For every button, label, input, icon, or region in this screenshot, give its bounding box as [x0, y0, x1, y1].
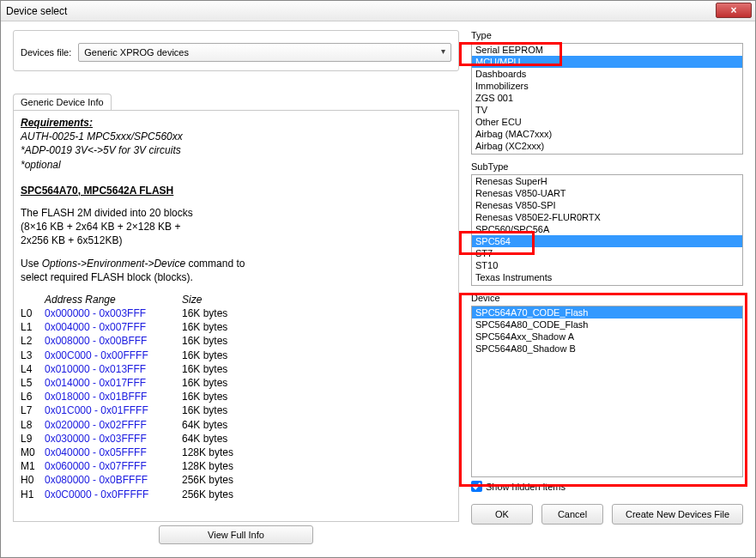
- list-item[interactable]: SPC564A80_CODE_Flash: [472, 318, 742, 331]
- list-item[interactable]: SPC564A80_Shadow B: [472, 343, 742, 355]
- list-item[interactable]: Dashboards: [472, 68, 742, 80]
- list-item[interactable]: Serial EEPROM: [472, 44, 742, 56]
- devices-file-label: Devices file:: [21, 47, 71, 58]
- right-panel: Type Serial EEPROMMCU/MPUDashboardsImmob…: [471, 30, 743, 545]
- list-item[interactable]: Airbag (MAC7xxx): [472, 128, 742, 140]
- list-item[interactable]: SPC564Axx_Shadow A: [472, 331, 742, 343]
- close-icon: ×: [730, 4, 736, 16]
- req-line: *optional: [21, 158, 451, 172]
- tab-head: Generic Device Info: [13, 94, 459, 110]
- list-item[interactable]: ST10: [472, 259, 742, 271]
- table-row: H00x080000 - 0x0BFFFF256K bytes: [21, 473, 242, 487]
- left-panel: Devices file: Generic XPROG devices Gene…: [13, 30, 459, 545]
- req-line: AUTH-0025-1 MPC5xxx/SPC560xx: [21, 130, 451, 143]
- address-table: Address Range Size L00x000000 - 0x003FFF…: [21, 293, 242, 501]
- button-row: OK Cancel Create New Devices File: [471, 504, 743, 525]
- device-select-window: Device select × Devices file: Generic XP…: [0, 0, 756, 558]
- devices-file-combo[interactable]: Generic XPROG devices: [78, 43, 451, 62]
- ok-button[interactable]: OK: [471, 504, 533, 525]
- tab-device-info[interactable]: Generic Device Info: [13, 94, 112, 110]
- devices-file-group: Devices file: Generic XPROG devices: [13, 30, 459, 71]
- table-row: L40x010000 - 0x013FFF16K bytes: [21, 362, 242, 376]
- flash-title: SPC564A70, MPC5642A FLASH: [21, 184, 451, 197]
- list-item[interactable]: SPC564: [472, 235, 742, 247]
- table-row: L20x008000 - 0x00BFFF16K bytes: [21, 334, 242, 348]
- table-row: L30x00C000 - 0x00FFFF16K bytes: [21, 349, 242, 362]
- type-label: Type: [471, 30, 743, 40]
- close-button[interactable]: ×: [716, 3, 752, 18]
- list-item[interactable]: Renesas V850-UART: [472, 187, 742, 199]
- device-label: Device: [471, 293, 743, 303]
- show-hidden-label: Show hidden items: [486, 482, 565, 492]
- list-item[interactable]: MCU/MPU: [472, 56, 742, 68]
- flash-body: The FLASH 2M divided into 20 blocks (8×1…: [21, 206, 451, 248]
- create-devices-file-button[interactable]: Create New Devices File: [612, 504, 743, 525]
- devices-file-row: Devices file: Generic XPROG devices: [21, 36, 451, 64]
- table-row: L90x030000 - 0x03FFFF64K bytes: [21, 432, 242, 446]
- list-item[interactable]: Airbag (XC2xxx): [472, 140, 742, 152]
- col-address-range: Address Range: [45, 293, 182, 306]
- req-line: *ADP-0019 3V<->5V for 3V circuits: [21, 143, 451, 157]
- device-info-pane[interactable]: Requirements: AUTH-0025-1 MPC5xxx/SPC560…: [13, 110, 459, 522]
- list-item[interactable]: Renesas SuperH: [472, 175, 742, 187]
- list-item[interactable]: Immobilizers: [472, 80, 742, 92]
- list-item[interactable]: Renesas V850E2-FLUR0RTX: [472, 211, 742, 223]
- table-row: L70x01C000 - 0x01FFFF16K bytes: [21, 403, 242, 417]
- list-item[interactable]: SPC564A70_CODE_Flash: [472, 306, 742, 318]
- list-item[interactable]: ZGS 001: [472, 92, 742, 104]
- list-item[interactable]: TV: [472, 104, 742, 116]
- table-row: L00x000000 - 0x003FFF16K bytes: [21, 306, 242, 320]
- list-item[interactable]: SPC560/SPC56A: [472, 223, 742, 235]
- titlebar: Device select ×: [1, 1, 755, 21]
- table-row: M10x060000 - 0x07FFFF128K bytes: [21, 459, 242, 473]
- content-area: Devices file: Generic XPROG devices Gene…: [1, 21, 755, 557]
- table-row: M00x040000 - 0x05FFFF128K bytes: [21, 446, 242, 459]
- type-listbox[interactable]: Serial EEPROMMCU/MPUDashboardsImmobilize…: [471, 43, 743, 155]
- col-size: Size: [182, 293, 242, 306]
- table-row: L60x018000 - 0x01BFFF16K bytes: [21, 390, 242, 403]
- device-listbox[interactable]: SPC564A70_CODE_FlashSPC564A80_CODE_Flash…: [471, 306, 743, 477]
- table-row: L50x014000 - 0x017FFF16K bytes: [21, 376, 242, 390]
- subtype-listbox[interactable]: Renesas SuperHRenesas V850-UARTRenesas V…: [471, 174, 743, 286]
- requirements-title: Requirements:: [21, 116, 451, 130]
- list-item[interactable]: Renesas V850-SPI: [472, 199, 742, 211]
- subtype-label: SubType: [471, 161, 743, 172]
- table-row: H10x0C0000 - 0x0FFFFF256K bytes: [21, 488, 242, 501]
- list-item[interactable]: ST7: [472, 247, 742, 259]
- view-full-info-button[interactable]: View Full Info: [159, 525, 313, 544]
- window-title: Device select: [6, 5, 67, 17]
- show-hidden-row: Show hidden items: [471, 481, 743, 492]
- flash-body: Use Options->Environment->Device command…: [21, 257, 451, 284]
- cancel-button[interactable]: Cancel: [541, 504, 603, 525]
- show-hidden-checkbox[interactable]: [471, 481, 482, 492]
- table-row: L10x004000 - 0x007FFF16K bytes: [21, 320, 242, 334]
- list-item[interactable]: Texas Instruments: [472, 271, 742, 283]
- table-row: L80x020000 - 0x02FFFF64K bytes: [21, 418, 242, 432]
- list-item[interactable]: Other ECU: [472, 116, 742, 128]
